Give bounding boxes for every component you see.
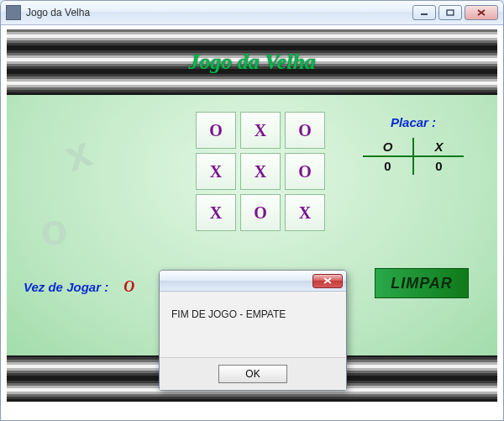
close-icon	[322, 276, 333, 285]
dialog-footer: OK	[160, 357, 346, 390]
dialog-titlebar	[160, 271, 346, 292]
app-window: Jogo da Velha Jogo da Velha x o O X O	[0, 0, 504, 421]
dialog-message: FIM DE JOGO - EMPATE	[160, 292, 346, 357]
dialog-close-button[interactable]	[312, 274, 343, 288]
message-dialog: FIM DE JOGO - EMPATE OK	[159, 270, 347, 391]
dialog-ok-button[interactable]: OK	[218, 365, 287, 383]
modal-overlay: FIM DE JOGO - EMPATE OK	[1, 1, 503, 420]
